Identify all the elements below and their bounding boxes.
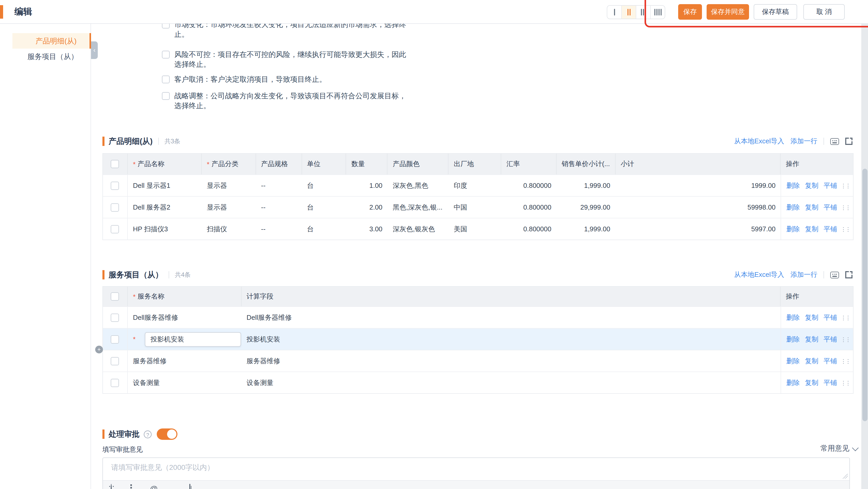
card-view-icon[interactable] (830, 138, 839, 145)
scrollbar-track[interactable] (861, 24, 868, 489)
drag-handle-icon[interactable]: ⋮⋮ (841, 337, 850, 342)
drag-handle-icon[interactable]: ⋮⋮ (841, 183, 850, 188)
card-view-icon[interactable] (830, 271, 839, 278)
select-all-checkbox[interactable] (111, 293, 119, 301)
row-action-link[interactable]: 平铺 (824, 356, 837, 366)
row-action-link[interactable]: 复制 (805, 356, 818, 366)
table-cell: 1.00 (346, 175, 388, 196)
service-name-input[interactable] (145, 332, 241, 346)
table-cell: 深灰色,黑色 (388, 175, 449, 196)
save-and-agree-button[interactable]: 保存并同意 (707, 4, 749, 20)
card-icon[interactable] (209, 484, 217, 489)
row-action-link[interactable]: 平铺 (824, 203, 837, 212)
mention-icon[interactable]: @ (150, 484, 158, 489)
help-icon[interactable]: ? (144, 430, 152, 438)
row-action-link[interactable]: 平铺 (824, 181, 837, 190)
row-action-link[interactable]: 复制 (805, 181, 818, 190)
checkbox[interactable] (162, 92, 170, 100)
row-checkbox[interactable] (111, 357, 119, 365)
drag-handle-icon[interactable]: ⋮⋮ (841, 315, 850, 320)
sidebar-item-service-items[interactable]: 服务项目（从） (12, 49, 91, 64)
row-actions-cell: 删除复制平铺⋮⋮ (781, 350, 853, 371)
fill-opinion-label: 填写审批意见 (102, 445, 143, 454)
row-action-link[interactable]: 删除 (786, 224, 800, 234)
list-icon[interactable] (130, 484, 138, 489)
view-layout-toggle (607, 5, 665, 19)
row-action-link[interactable]: 删除 (786, 313, 800, 322)
add-row-link[interactable]: 添加一行 (790, 136, 817, 146)
row-checkbox[interactable] (111, 203, 119, 211)
row-action-link[interactable]: 删除 (786, 181, 800, 190)
import-excel-link[interactable]: 从本地Excel导入 (734, 270, 784, 279)
attachment-icon[interactable] (189, 484, 197, 489)
table-cell: 显示器 (202, 196, 256, 218)
row-actions-cell: 删除复制平铺⋮⋮ (781, 218, 853, 240)
row-action-link[interactable]: 平铺 (824, 335, 837, 344)
drag-handle-icon[interactable]: ⋮⋮ (841, 226, 850, 232)
row-actions-cell: 删除复制平铺⋮⋮ (781, 307, 853, 328)
checkbox[interactable] (162, 51, 170, 59)
row-action-link[interactable]: 删除 (786, 335, 800, 344)
table-cell: -- (256, 218, 302, 240)
row-action-link[interactable]: 复制 (805, 203, 818, 212)
row-action-link[interactable]: 平铺 (824, 378, 837, 387)
select-all-checkbox[interactable] (111, 160, 119, 168)
row-checkbox[interactable] (111, 313, 119, 322)
comment-placeholder[interactable]: 请填写审批意见（2000字以内） (111, 463, 214, 472)
view-toggle-option-1[interactable] (607, 6, 622, 19)
row-action-link[interactable]: 删除 (786, 356, 800, 366)
table-cell: 台 (302, 196, 346, 218)
emoji-icon[interactable] (111, 484, 119, 489)
table-cell: 扫描仪 (202, 218, 256, 240)
table-cell: 投影机安装 (241, 329, 781, 350)
column-header: *产品名称 (128, 154, 202, 174)
sidebar: 产品明细(从) 服务项目（从） (0, 23, 91, 489)
row-action-link[interactable]: 平铺 (824, 313, 837, 322)
row-action-link[interactable]: 复制 (805, 224, 818, 234)
view-toggle-option-4[interactable] (651, 6, 665, 19)
scrollbar-thumb[interactable] (862, 169, 867, 421)
sidebar-collapse-handle[interactable]: ‹ (91, 41, 98, 59)
drag-handle-icon[interactable]: ⋮⋮ (841, 358, 850, 364)
fullscreen-icon[interactable] (845, 271, 852, 278)
row-action-link[interactable]: 平铺 (824, 224, 837, 234)
table-cell: 台 (302, 218, 346, 240)
resize-handle-icon[interactable] (843, 473, 848, 479)
table-cell: 显示器 (202, 175, 256, 196)
image-icon[interactable] (170, 484, 178, 489)
table-cell: 深灰色,银灰色 (388, 218, 449, 240)
cancel-button[interactable]: 取 消 (803, 4, 845, 20)
row-checkbox[interactable] (111, 378, 119, 387)
common-opinions-dropdown[interactable]: 常用意见 (820, 444, 858, 453)
checkbox[interactable] (162, 75, 170, 83)
add-row-link[interactable]: 添加一行 (790, 270, 817, 279)
save-button[interactable]: 保存 (678, 4, 702, 20)
row-actions-cell: 删除复制平铺⋮⋮ (781, 329, 853, 350)
record-count: 共3条 (164, 137, 180, 146)
view-toggle-option-3[interactable] (636, 6, 651, 19)
column-header: 小计 (615, 154, 781, 174)
drag-handle-icon[interactable]: ⋮⋮ (841, 380, 850, 385)
save-draft-button[interactable]: 保存草稿 (754, 4, 797, 20)
table-cell: 服务器维修 (241, 350, 781, 371)
termination-option: 战略调整：公司战略方向发生变化，导致该项目不再符合公司发展目标，选择终止。 (174, 91, 408, 111)
approval-toggle[interactable] (157, 428, 178, 440)
table-cell: -- (256, 196, 302, 218)
row-action-link[interactable]: 复制 (805, 378, 818, 387)
view-toggle-option-2[interactable] (622, 6, 636, 19)
row-checkbox[interactable] (111, 181, 119, 190)
row-action-link[interactable]: 复制 (805, 313, 818, 322)
drag-handle-icon[interactable]: ⋮⋮ (841, 205, 850, 210)
row-action-link[interactable]: 删除 (786, 203, 800, 212)
approval-section-header: 处理审批 ? (102, 428, 178, 440)
row-checkbox[interactable] (111, 335, 119, 343)
fullscreen-icon[interactable] (845, 137, 852, 145)
import-excel-link[interactable]: 从本地Excel导入 (734, 136, 784, 146)
sidebar-item-product-detail[interactable]: 产品明细(从) (12, 33, 91, 49)
row-checkbox[interactable] (111, 225, 119, 233)
column-header: 计算字段 (241, 287, 781, 306)
required-mark: * (133, 160, 135, 168)
row-action-link[interactable]: 复制 (805, 335, 818, 344)
insert-row-button[interactable]: + (95, 346, 103, 354)
row-action-link[interactable]: 删除 (786, 378, 800, 387)
